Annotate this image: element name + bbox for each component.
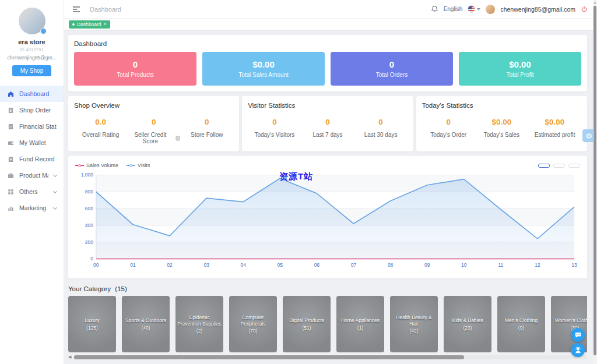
chart-legend: Sales Volume Visits bbox=[75, 162, 150, 168]
sidebar-item-financial-state[interactable]: Financial State... bbox=[0, 118, 64, 135]
svg-text:08: 08 bbox=[388, 262, 394, 268]
legend-item[interactable]: Sales Volume bbox=[75, 162, 118, 168]
stat-value: 0 bbox=[354, 118, 408, 126]
category-card[interactable]: Sports & Outdoors (40) bbox=[122, 296, 170, 352]
category-name: Luxury bbox=[85, 317, 100, 324]
sidebar-item-label: Dashboard bbox=[19, 90, 57, 97]
scroll-left-icon[interactable]: ◀ bbox=[68, 355, 74, 359]
sidebar-item-my-wallet[interactable]: My Wallet bbox=[0, 135, 64, 151]
category-card[interactable]: Home Appliances (1) bbox=[336, 296, 384, 352]
user-avatar[interactable] bbox=[486, 5, 495, 14]
stat-value: $0.00 bbox=[475, 118, 528, 126]
summary-cards: 0 Total Products $0.00 Total Sales Amoun… bbox=[74, 52, 581, 86]
legend-marker-icon bbox=[127, 164, 135, 167]
svg-text:07: 07 bbox=[351, 262, 357, 268]
stat-label: Estimated profit bbox=[535, 132, 575, 138]
sidebar-item-today-s-visitors: 0 Today's Visitors? bbox=[248, 118, 301, 138]
legend-item[interactable]: Visits bbox=[127, 162, 150, 168]
tab-dashboard[interactable]: Dashboard × bbox=[69, 20, 110, 29]
horizontal-scrollbar[interactable]: ◀ bbox=[68, 355, 587, 359]
panel-title-visitor-statistics: Visitor Statistics bbox=[248, 102, 407, 109]
sidebar-item-shop-order[interactable]: Shop Order bbox=[0, 102, 64, 118]
sidebar-item-overall-rating: 0.0 Overall Rating? bbox=[74, 118, 127, 144]
sidebar-item-estimated-profit: $0.00 Estimated profit? bbox=[528, 118, 581, 138]
language-selector[interactable] bbox=[468, 5, 480, 13]
wallet-icon bbox=[7, 139, 14, 146]
shop-order-icon bbox=[7, 107, 14, 114]
category-title: Your Category bbox=[68, 285, 111, 292]
active-dot-icon bbox=[72, 23, 75, 26]
customer-service-icon[interactable] bbox=[571, 343, 585, 357]
stat-value: 0 bbox=[248, 118, 301, 126]
sidebar-item-today-s-order: 0 Today's Order? bbox=[422, 118, 475, 138]
dashboard-summary-panel: Dashboard 0 Total Products $0.00 Total S… bbox=[68, 35, 587, 91]
stat-label: Today's Sales bbox=[484, 132, 519, 138]
store-email: chenwenjing85@gm... bbox=[3, 55, 60, 61]
collapse-menu-icon[interactable] bbox=[71, 5, 82, 14]
svg-text:200: 200 bbox=[85, 239, 93, 245]
sidebar-item-fund-record[interactable]: Fund Record bbox=[0, 151, 64, 167]
chat-bubble-icon[interactable] bbox=[571, 328, 585, 342]
logout-power-icon[interactable] bbox=[581, 6, 588, 13]
caret-down-icon bbox=[477, 8, 480, 10]
card-label: Total Sales Amount bbox=[238, 72, 289, 78]
us-flag-icon bbox=[468, 5, 475, 13]
category-card[interactable]: Luxury (125) bbox=[68, 296, 116, 352]
my-shop-button[interactable]: My Shop bbox=[12, 65, 51, 76]
category-item-count: (40) bbox=[141, 325, 150, 331]
range-button[interactable] bbox=[568, 164, 580, 168]
chevron-down-icon bbox=[53, 172, 57, 176]
scrollbar-thumb[interactable] bbox=[74, 355, 464, 359]
sidebar-item-store-follow: 0 Store Follow? bbox=[180, 118, 233, 144]
notifications-bell-icon[interactable] bbox=[431, 5, 438, 13]
panel-title-dashboard: Dashboard bbox=[74, 40, 581, 47]
account-email[interactable]: chenwenjing85@gmail.com bbox=[500, 6, 575, 13]
range-button[interactable] bbox=[553, 164, 565, 168]
svg-text:01: 01 bbox=[130, 262, 136, 268]
close-icon[interactable]: × bbox=[104, 22, 107, 27]
stat-label: Last 30 days bbox=[364, 132, 398, 138]
sidebar-item-label: Product Manag... bbox=[19, 172, 48, 179]
card-value: 0 bbox=[133, 59, 138, 69]
sidebar-item-others[interactable]: Others bbox=[0, 183, 64, 200]
category-card[interactable]: Epidemic Prevention Supplies (2) bbox=[175, 296, 223, 352]
svg-text:09: 09 bbox=[424, 262, 430, 268]
navbar-right: English chenwenjing85@gmail.com bbox=[431, 5, 588, 14]
sidebar-item-total-sales-amount: $0.00 Total Sales Amount bbox=[202, 52, 325, 86]
scrollbar-thumb[interactable] bbox=[594, 6, 596, 355]
stat-label: Overall Rating bbox=[82, 132, 119, 138]
chart-range-buttons bbox=[538, 164, 580, 168]
sidebar-item-marketing-tools[interactable]: Marketing Tools bbox=[0, 200, 64, 216]
category-card[interactable]: Men's Clothing (9) bbox=[497, 296, 545, 352]
sidebar-item-dashboard[interactable]: Dashboard bbox=[0, 86, 64, 102]
info-icon[interactable]: ? bbox=[175, 136, 181, 141]
chevron-down-icon bbox=[53, 205, 57, 209]
svg-text:600: 600 bbox=[85, 206, 93, 211]
legend-label: Sales Volume bbox=[86, 162, 118, 168]
stat-label: Store Follow bbox=[191, 132, 223, 138]
category-item-count: (1) bbox=[357, 325, 363, 331]
category-card[interactable]: Digital Products (51) bbox=[283, 296, 331, 352]
store-id: ID 4012791 bbox=[3, 47, 60, 52]
category-row: Luxury (125) Sports & Outdoors (40) Epid… bbox=[68, 296, 587, 352]
category-item-count: (42) bbox=[409, 328, 418, 334]
svg-text:10: 10 bbox=[461, 262, 467, 268]
top-navbar: Dashboard English chenwenjing85@gmail.co… bbox=[64, 0, 597, 19]
category-name: Health Beauty & Hair bbox=[392, 314, 436, 328]
category-card[interactable]: Computer Peripherals (70) bbox=[229, 296, 277, 352]
sidebar-item-total-orders: 0 Total Orders bbox=[331, 52, 453, 86]
category-card[interactable]: Health Beauty & Hair (42) bbox=[390, 296, 438, 352]
card-value: 0 bbox=[389, 59, 394, 69]
vertical-scrollbar[interactable]: ▲ bbox=[593, 0, 597, 364]
category-count: (15) bbox=[115, 285, 127, 292]
stat-panels-row: Shop Overview 0.0 Overall Rating? 0 Sell… bbox=[68, 96, 587, 151]
range-button[interactable] bbox=[538, 164, 550, 168]
language-label[interactable]: English bbox=[444, 6, 463, 12]
sidebar-item-product-manag[interactable]: Product Manag... bbox=[0, 167, 64, 183]
sidebar-item-label: Shop Order bbox=[19, 107, 57, 114]
scroll-up-icon[interactable]: ▲ bbox=[593, 1, 597, 4]
store-profile: era store ID 4012791 chenwenjing85@gm...… bbox=[0, 0, 64, 81]
svg-text:06: 06 bbox=[314, 262, 320, 268]
sidebar-item-today-s-sales: $0.00 Today's Sales? bbox=[475, 118, 528, 138]
category-card[interactable]: Kids & Babies (23) bbox=[444, 296, 491, 352]
